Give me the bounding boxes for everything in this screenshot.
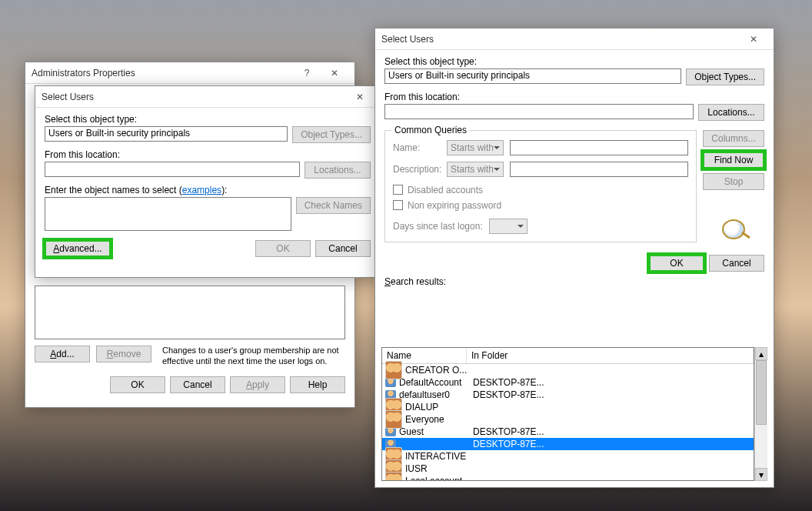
table-row[interactable]: DIALUP bbox=[382, 401, 754, 413]
disabled-accounts-label: Disabled accounts bbox=[408, 185, 483, 195]
examples-link[interactable]: examples bbox=[182, 185, 221, 195]
table-row[interactable]: INTERACTIVE bbox=[382, 450, 754, 463]
row-folder: DESKTOP-87E... bbox=[473, 377, 750, 388]
ok-button[interactable]: OK bbox=[255, 240, 311, 257]
object-types-button[interactable]: Object Types... bbox=[686, 68, 764, 85]
search-results-label: Search results: bbox=[384, 276, 764, 287]
find-now-button[interactable]: Find Now bbox=[703, 152, 764, 169]
row-folder: DESKTOP-87E... bbox=[473, 439, 750, 449]
adv-from-location-field[interactable] bbox=[384, 104, 694, 119]
members-listbox[interactable] bbox=[35, 286, 345, 339]
apply-button[interactable]: Apply bbox=[230, 376, 285, 393]
ok-button[interactable]: OK bbox=[110, 376, 165, 393]
help-button[interactable]: ? bbox=[293, 65, 321, 81]
stop-button[interactable]: Stop bbox=[703, 173, 764, 190]
table-row[interactable]: GuestDESKTOP-87E... bbox=[382, 426, 754, 438]
row-name: INTERACTIVE bbox=[405, 451, 479, 462]
table-row[interactable]: DefaultAccountDESKTOP-87E... bbox=[382, 376, 754, 389]
name-input[interactable] bbox=[510, 140, 688, 155]
enter-names-label: Enter the object names to select (exampl… bbox=[45, 185, 371, 195]
row-name: defaultuser0 bbox=[399, 389, 473, 400]
scroll-up-button[interactable]: ▴ bbox=[755, 347, 767, 360]
from-location-field[interactable] bbox=[45, 162, 300, 177]
table-row[interactable]: DESKTOP-87E... bbox=[382, 438, 754, 450]
days-since-combo[interactable] bbox=[489, 219, 527, 234]
row-folder: DESKTOP-87E... bbox=[473, 426, 750, 437]
adv-object-type-label: Select this object type: bbox=[384, 56, 764, 67]
select-users-title: Select Users bbox=[42, 92, 346, 102]
row-name: CREATOR O... bbox=[405, 365, 479, 376]
table-row[interactable]: CREATOR O... bbox=[382, 364, 754, 376]
cancel-button[interactable]: Cancel bbox=[709, 255, 764, 272]
locations-button[interactable]: Locations... bbox=[304, 162, 371, 179]
row-name: DIALUP bbox=[405, 402, 479, 412]
search-icon bbox=[722, 219, 745, 239]
description-label: Description: bbox=[393, 164, 441, 175]
table-row[interactable]: IUSR bbox=[382, 463, 754, 475]
cancel-button[interactable]: Cancel bbox=[170, 376, 225, 393]
row-name: IUSR bbox=[405, 463, 479, 474]
group-icon bbox=[385, 361, 402, 379]
table-row[interactable]: Everyone bbox=[382, 413, 754, 426]
locations-button[interactable]: Locations... bbox=[698, 104, 764, 121]
col-folder[interactable]: In Folder bbox=[467, 348, 754, 363]
object-names-textarea[interactable] bbox=[45, 197, 291, 231]
non-expiring-checkbox[interactable] bbox=[393, 200, 403, 210]
ok-button[interactable]: OK bbox=[649, 255, 704, 272]
desc-match-combo[interactable]: Starts with bbox=[447, 162, 504, 177]
administrators-properties-window: Administrators Properties ? ✕ Select Use… bbox=[25, 62, 355, 408]
check-names-button[interactable]: Check Names bbox=[296, 197, 371, 214]
days-since-label: Days since last logon: bbox=[393, 221, 483, 232]
non-expiring-label: Non expiring password bbox=[408, 200, 501, 211]
membership-note: Changes to a user's group membership are… bbox=[158, 346, 345, 367]
group-icon bbox=[385, 410, 402, 429]
admin-titlebar: Administrators Properties ? ✕ bbox=[25, 62, 354, 84]
close-icon[interactable]: ✕ bbox=[346, 89, 374, 105]
admin-title: Administrators Properties bbox=[32, 68, 293, 78]
close-icon[interactable]: ✕ bbox=[321, 65, 348, 81]
row-name: DefaultAccount bbox=[399, 377, 473, 388]
name-label: Name: bbox=[393, 142, 441, 153]
select-users-titlebar: Select Users ✕ bbox=[35, 86, 380, 108]
row-name: Local account bbox=[405, 476, 479, 481]
table-row[interactable]: Local account bbox=[382, 475, 754, 481]
scroll-down-button[interactable]: ▾ bbox=[755, 468, 767, 481]
advanced-button[interactable]: Advanced... bbox=[45, 240, 111, 257]
select-users-dialog: Select Users ✕ Select this object type: … bbox=[35, 85, 381, 278]
description-input[interactable] bbox=[510, 162, 688, 177]
adv-from-location-label: From this location: bbox=[384, 92, 764, 102]
results-list[interactable]: Name In Folder CREATOR O...DefaultAccoun… bbox=[381, 347, 754, 481]
columns-button[interactable]: Columns... bbox=[703, 130, 764, 147]
object-types-button[interactable]: Object Types... bbox=[292, 126, 371, 143]
row-name: Everyone bbox=[405, 414, 479, 425]
add-button[interactable]: Add... bbox=[35, 346, 90, 362]
vertical-scrollbar[interactable]: ▴ ▾ bbox=[754, 347, 767, 481]
disabled-accounts-checkbox[interactable] bbox=[393, 185, 403, 195]
search-results-panel: Name In Folder CREATOR O...DefaultAccoun… bbox=[381, 347, 767, 481]
adv-object-type-field[interactable]: Users or Built-in security principals bbox=[384, 68, 681, 84]
results-header[interactable]: Name In Folder bbox=[382, 348, 754, 364]
group-icon bbox=[385, 472, 402, 481]
row-folder: DESKTOP-87E... bbox=[473, 389, 750, 400]
name-match-combo[interactable]: Starts with bbox=[447, 140, 504, 155]
remove-button[interactable]: Remove bbox=[96, 346, 151, 362]
select-users-advanced-window: Select Users ✕ Select this object type: … bbox=[374, 28, 774, 488]
object-type-field[interactable]: Users or Built-in security principals bbox=[45, 126, 288, 142]
table-row[interactable]: defaultuser0DESKTOP-87E... bbox=[382, 389, 754, 401]
common-queries-legend: Common Queries bbox=[391, 125, 470, 135]
close-icon[interactable]: ✕ bbox=[740, 32, 767, 47]
scroll-thumb[interactable] bbox=[756, 360, 767, 425]
adv-titlebar: Select Users ✕ bbox=[375, 28, 774, 50]
cancel-button[interactable]: Cancel bbox=[315, 240, 371, 257]
from-location-label: From this location: bbox=[45, 149, 371, 160]
row-name: Guest bbox=[399, 426, 473, 437]
object-type-label: Select this object type: bbox=[45, 114, 371, 125]
help-button[interactable]: Help bbox=[290, 376, 345, 393]
adv-title: Select Users bbox=[381, 34, 740, 45]
